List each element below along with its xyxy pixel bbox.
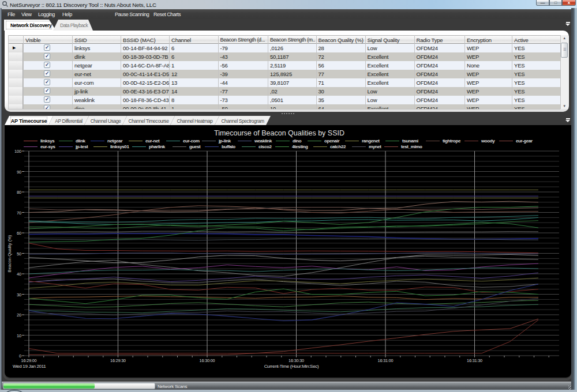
svg-text:16:30:00: 16:30:00 bbox=[200, 358, 215, 363]
svg-text:Wed 19 Jan 2011: Wed 19 Jan 2011 bbox=[13, 364, 46, 369]
svg-text:20: 20 bbox=[17, 312, 21, 318]
svg-text:16:31:30: 16:31:30 bbox=[467, 358, 482, 363]
svg-text:Current-Time (Hour:Min:Sec): Current-Time (Hour:Min:Sec) bbox=[264, 364, 319, 369]
svg-text:60: 60 bbox=[17, 231, 21, 236]
svg-text:16:30:30: 16:30:30 bbox=[288, 358, 304, 363]
svg-text:Beacon Quality (%): Beacon Quality (%) bbox=[7, 235, 12, 272]
svg-text:40: 40 bbox=[17, 272, 21, 277]
svg-text:16:29:30: 16:29:30 bbox=[110, 358, 126, 363]
svg-text:50: 50 bbox=[17, 251, 21, 257]
svg-text:70: 70 bbox=[17, 210, 21, 216]
svg-text:90: 90 bbox=[17, 169, 21, 175]
svg-text:16:29:00: 16:29:00 bbox=[21, 358, 37, 363]
svg-text:10: 10 bbox=[17, 333, 21, 338]
svg-text:80: 80 bbox=[17, 190, 21, 195]
svg-text:16:31:00: 16:31:00 bbox=[378, 358, 394, 363]
svg-text:30: 30 bbox=[17, 292, 21, 297]
